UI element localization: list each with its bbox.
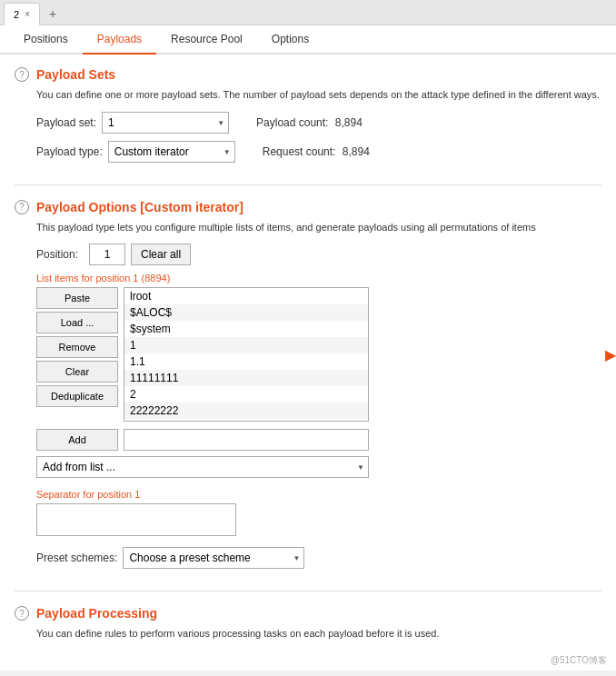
add-button[interactable]: Add xyxy=(36,429,118,451)
list-item: 1 xyxy=(124,337,368,353)
list-item: $ALOC$ xyxy=(124,304,368,321)
add-from-list-select[interactable]: Add from list ... xyxy=(36,456,369,478)
divider-2 xyxy=(15,591,601,592)
tab-2[interactable]: 2 × xyxy=(4,3,40,25)
preset-schemes-wrapper: Choose a preset scheme xyxy=(123,547,304,569)
add-from-list-wrapper: Add from list ... xyxy=(36,456,369,478)
payload-type-row: Payload type: Custom iterator Simple lis… xyxy=(36,141,601,163)
payload-options-desc: This payload type lets you configure mul… xyxy=(36,220,601,235)
close-icon[interactable]: × xyxy=(25,9,30,19)
watermark: @51CTO博客 xyxy=(551,654,607,667)
add-from-list-row: Add from list ... xyxy=(36,456,601,478)
load-button[interactable]: Load ... xyxy=(36,312,118,333)
request-count-label: Request count: 8,894 xyxy=(263,145,370,158)
new-tab-button[interactable]: + xyxy=(42,3,64,25)
divider-1 xyxy=(15,184,601,185)
preset-schemes-select[interactable]: Choose a preset scheme xyxy=(123,547,304,569)
list-item: 11111111 xyxy=(124,370,368,386)
list-items-label: List items for position 1 (8894) xyxy=(36,273,601,283)
position-label: Position: xyxy=(36,248,78,261)
payload-processing-title: Payload Processing xyxy=(36,606,157,621)
payload-set-select-wrapper: 1 xyxy=(102,112,229,134)
payload-options-title: Payload Options [Custom iterator] xyxy=(36,200,243,214)
preset-schemes-label: Preset schemes: xyxy=(36,552,117,564)
payload-sets-header: ? Payload Sets xyxy=(15,67,601,82)
payload-type-label: Payload type: xyxy=(36,145,103,158)
payload-set-select[interactable]: 1 xyxy=(102,112,229,134)
payload-processing-help-icon[interactable]: ? xyxy=(15,606,29,621)
preset-schemes-row: Preset schemes: Choose a preset scheme xyxy=(36,547,601,569)
clear-button[interactable]: Clear xyxy=(36,361,118,383)
payload-processing-desc: You can define rules to perform various … xyxy=(36,626,601,641)
tab-number: 2 xyxy=(14,9,19,20)
nav-tabs: Positions Payloads Resource Pool Options xyxy=(0,25,616,55)
payload-options-header: ? Payload Options [Custom iterator] xyxy=(15,200,601,214)
clear-all-button[interactable]: Clear all xyxy=(131,244,191,265)
payload-sets-desc: You can define one or more payload sets.… xyxy=(36,87,601,103)
tab-options[interactable]: Options xyxy=(257,25,323,55)
list-item: 1.1 xyxy=(124,353,368,370)
add-input[interactable] xyxy=(124,429,369,451)
payload-sets-help-icon[interactable]: ? xyxy=(15,67,29,82)
add-row: Add xyxy=(36,429,601,451)
list-item: 30 xyxy=(124,419,368,422)
payload-set-label: Payload set: xyxy=(36,116,96,129)
arrow-right-icon: ▶ xyxy=(605,346,616,363)
payload-set-row: Payload set: 1 Payload count: 8,894 xyxy=(36,112,601,134)
payload-processing-header: ? Payload Processing xyxy=(15,606,601,621)
tab-positions[interactable]: Positions xyxy=(9,25,83,55)
payload-options-help-icon[interactable]: ? xyxy=(15,200,29,214)
payload-type-select-wrapper: Custom iterator Simple list Numbers xyxy=(108,141,235,163)
payload-count-label: Payload count: 8,894 xyxy=(256,116,363,129)
list-item: 22222222 xyxy=(124,403,368,419)
tab-bar: 2 × + xyxy=(0,0,616,25)
list-item: $system xyxy=(124,321,368,337)
tab-resource-pool[interactable]: Resource Pool xyxy=(156,25,257,55)
paste-button[interactable]: Paste xyxy=(36,287,118,309)
payload-sets-section: ? Payload Sets You can define one or mor… xyxy=(15,67,601,163)
position-row: Position: Clear all xyxy=(36,244,601,265)
remove-button[interactable]: Remove xyxy=(36,336,118,358)
deduplicate-button[interactable]: Deduplicate xyxy=(36,385,118,407)
payload-processing-section: ? Payload Processing You can define rule… xyxy=(15,606,601,641)
list-item: 2 xyxy=(124,386,368,403)
content-area: ? Payload Sets You can define one or mor… xyxy=(0,55,616,671)
payload-type-select[interactable]: Custom iterator Simple list Numbers xyxy=(108,141,235,163)
tab-payloads[interactable]: Payloads xyxy=(83,25,156,55)
payload-sets-title: Payload Sets xyxy=(36,67,115,82)
separator-input[interactable] xyxy=(36,503,236,536)
list-item: lroot xyxy=(124,288,368,304)
payload-options-section: ? Payload Options [Custom iterator] This… xyxy=(15,200,601,570)
list-buttons: Paste Load ... Remove Clear Deduplicate xyxy=(36,287,118,422)
list-area: Paste Load ... Remove Clear Deduplicate … xyxy=(36,287,601,422)
separator-label: Separator for position 1 xyxy=(36,489,601,500)
list-box[interactable]: lroot $ALOC$ $system 1 1.1 11111111 2 22… xyxy=(124,287,369,422)
position-input[interactable] xyxy=(89,244,125,265)
